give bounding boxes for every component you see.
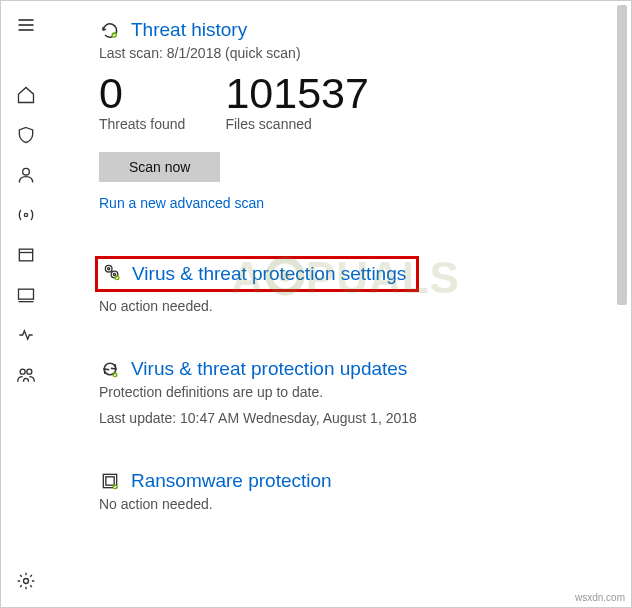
shield-icon[interactable] — [6, 115, 46, 155]
ransomware-status: No action needed. — [99, 496, 591, 512]
svg-rect-20 — [106, 477, 114, 485]
svg-point-4 — [24, 213, 27, 216]
svg-point-10 — [27, 369, 32, 374]
vtp-updates-lastupdate: Last update: 10:47 AM Wednesday, August … — [99, 410, 591, 426]
device-icon[interactable] — [6, 275, 46, 315]
health-icon[interactable] — [6, 315, 46, 355]
svg-rect-7 — [19, 289, 34, 299]
svg-point-9 — [20, 369, 25, 374]
vtp-updates-status: Protection definitions are up to date. — [99, 384, 591, 400]
scroll-thumb[interactable] — [617, 5, 627, 305]
threat-history-header: Threat history — [99, 19, 591, 41]
vtp-updates-section: Virus & threat protection updates Protec… — [99, 358, 591, 426]
last-scan-text: Last scan: 8/1/2018 (quick scan) — [99, 45, 591, 61]
files-scanned-label: Files scanned — [225, 116, 369, 132]
settings-icon[interactable] — [6, 561, 46, 601]
main-content: Threat history Last scan: 8/1/2018 (quic… — [51, 1, 631, 607]
svg-point-16 — [113, 274, 115, 276]
svg-rect-5 — [19, 249, 32, 261]
threats-found-value: 0 — [99, 71, 185, 116]
stats-row: 0 Threats found 101537 Files scanned — [99, 71, 591, 132]
svg-point-11 — [24, 579, 29, 584]
ransomware-link[interactable]: Ransomware protection — [131, 470, 332, 492]
vtp-updates-link[interactable]: Virus & threat protection updates — [131, 358, 407, 380]
ransomware-icon — [99, 470, 121, 492]
scan-now-button[interactable]: Scan now — [99, 152, 220, 182]
svg-point-14 — [108, 268, 110, 270]
updates-icon — [99, 358, 121, 380]
app-browser-icon[interactable] — [6, 235, 46, 275]
threat-history-link[interactable]: Threat history — [131, 19, 247, 41]
threats-found-label: Threats found — [99, 116, 185, 132]
advanced-scan-link[interactable]: Run a new advanced scan — [99, 195, 264, 211]
firewall-icon[interactable] — [6, 195, 46, 235]
svg-point-13 — [105, 265, 112, 272]
vtp-settings-link[interactable]: Virus & threat protection settings — [132, 263, 406, 285]
vtp-settings-section: Virus & threat protection settings No ac… — [99, 256, 591, 314]
menu-icon[interactable] — [6, 5, 46, 45]
family-icon[interactable] — [6, 355, 46, 395]
vtp-settings-status: No action needed. — [99, 298, 591, 314]
settings-gear-icon — [102, 262, 122, 286]
sidebar — [1, 1, 51, 607]
threats-found-stat: 0 Threats found — [99, 71, 185, 132]
svg-point-3 — [23, 168, 30, 175]
account-icon[interactable] — [6, 155, 46, 195]
history-icon — [99, 19, 121, 41]
ransomware-section: Ransomware protection No action needed. — [99, 470, 591, 512]
source-credit: wsxdn.com — [575, 592, 625, 603]
vertical-scrollbar[interactable] — [615, 3, 629, 605]
files-scanned-stat: 101537 Files scanned — [225, 71, 369, 132]
files-scanned-value: 101537 — [225, 71, 369, 116]
vtp-settings-highlight: Virus & threat protection settings — [95, 256, 419, 292]
home-icon[interactable] — [6, 75, 46, 115]
